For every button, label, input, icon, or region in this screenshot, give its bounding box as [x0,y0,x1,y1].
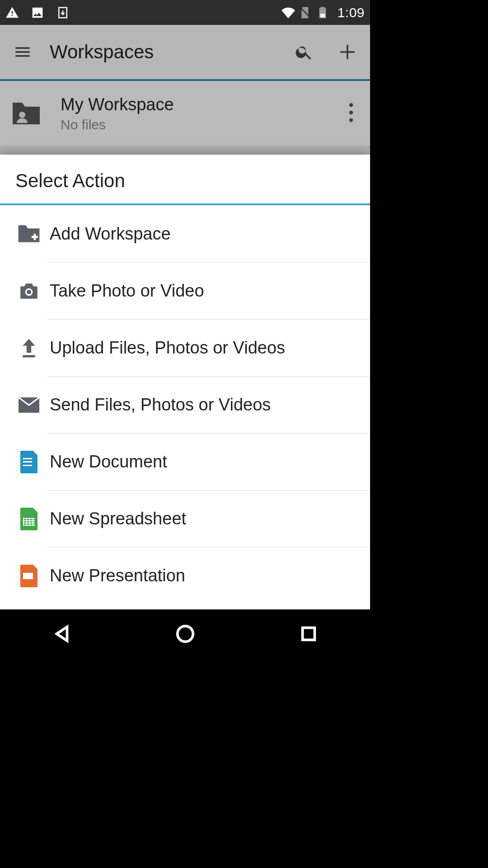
battery-icon [316,6,329,19]
wifi-icon [282,6,295,19]
no-sim-icon [299,6,312,19]
action-sheet: Select Action Add Workspace Take Photo o… [0,155,370,609]
back-button[interactable] [49,621,75,646]
presentation-icon [0,565,42,587]
action-take-photo[interactable]: Take Photo or Video [47,262,370,319]
home-button[interactable] [173,621,198,646]
action-add-workspace[interactable]: Add Workspace [0,205,370,262]
svg-rect-10 [302,628,314,640]
action-send[interactable]: Send Files, Photos or Videos [47,376,370,433]
svg-point-7 [27,290,31,294]
action-new-presentation[interactable]: New Presentation [47,547,370,604]
svg-rect-5 [34,234,36,240]
status-time: 1:09 [338,5,365,20]
warning-icon [5,6,19,19]
action-label: New Document [50,452,167,472]
svg-rect-8 [23,355,35,357]
folder-plus-icon [15,223,42,245]
spreadsheet-icon [0,508,42,530]
action-label: Send Files, Photos or Videos [50,395,271,415]
sheet-title: Select Action [0,155,370,203]
action-new-document[interactable]: New Document [47,433,370,490]
app-background: Workspaces My Workspace No files [0,25,370,155]
scrim-overlay[interactable] [0,25,370,155]
action-upload[interactable]: Upload Files, Photos or Videos [47,319,370,376]
action-label: New Presentation [50,566,185,585]
navigation-bar [0,609,370,658]
upload-icon [0,337,42,359]
mail-icon [0,396,42,414]
svg-point-9 [177,626,193,642]
action-list: Add Workspace Take Photo or Video Upload… [0,205,370,604]
action-new-spreadsheet[interactable]: New Spreadsheet [47,490,370,547]
action-label: Take Photo or Video [50,281,204,301]
camera-icon [0,282,42,301]
status-bar: 1:09 [0,0,370,25]
document-icon [0,451,42,473]
recents-button[interactable] [296,621,321,646]
action-label: Add Workspace [50,224,171,244]
action-label: Upload Files, Photos or Videos [50,338,285,358]
download-box-icon [56,6,70,19]
image-icon [31,6,44,19]
action-label: New Spreadsheet [50,509,186,528]
